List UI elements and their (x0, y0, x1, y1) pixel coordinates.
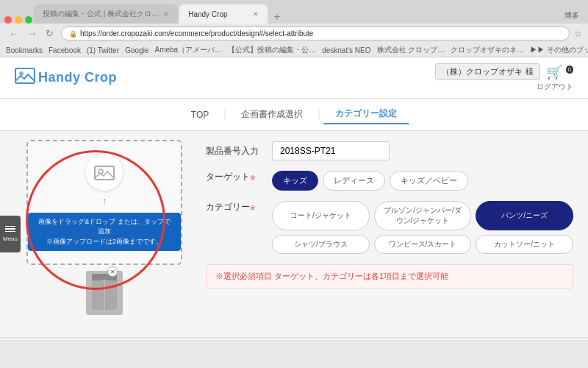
alert-text: ※選択必須項目 ターゲット、カテゴリーは各1項目まで選択可能 (215, 272, 448, 280)
category-row: カテゴリー※ コート/ジャケット ブルゾン/ジャンパー/ダウン/ジャケット パン… (206, 201, 573, 254)
minimize-dot[interactable] (15, 16, 22, 24)
cat-cut-sew-button[interactable]: カットソー/ニット (476, 235, 573, 254)
category-options: コート/ジャケット ブルゾン/ジャンパー/ダウン/ジャケット パンツ/ニーズ シ… (272, 201, 573, 254)
nav-category[interactable]: カテゴリー設定 (323, 105, 409, 124)
svg-rect-8 (106, 280, 117, 310)
reload-button[interactable]: ↻ (43, 26, 57, 40)
header-user: （株）クロップオザキ 様 🛒 0 (435, 63, 573, 80)
cat-onepiece-button[interactable]: ワンピース/スカート (374, 235, 472, 254)
category-required: ※ (250, 204, 256, 211)
cart-badge: 0 (566, 66, 573, 74)
bookmark-official[interactable]: 【公式】投稿の編集・公… (228, 45, 316, 55)
target-label: ターゲット※ (206, 171, 265, 183)
validation-alert: ※選択必須項目 ターゲット、カテゴリーは各1項目まで選択可能 (206, 264, 573, 289)
svg-rect-2 (95, 166, 114, 180)
page: Handy Crop （株）クロップオザキ 様 🛒 0 ログアウト TOP ｜ … (0, 57, 588, 340)
bookmark-cropozaki[interactable]: クロップオザキのネ… (451, 45, 524, 55)
bookmark-crop[interactable]: 株式会社 クロップ… (377, 45, 445, 55)
bottom-bar: ← 戻る 次へ → (0, 337, 588, 340)
target-options: キッズ レディース キッズ／ベビー (272, 171, 468, 191)
thumbnail-area: ✕ (26, 271, 182, 315)
user-profile: 博多 (560, 7, 584, 24)
category-label: カテゴリー※ (206, 201, 265, 213)
maximize-dot[interactable] (25, 16, 32, 24)
bookmark-ameba[interactable]: Ameba（アメーバ… (154, 45, 222, 55)
bookmark-bookmarks[interactable]: Bookmarks (6, 46, 43, 54)
tab-bar: 投稿の編集・公式 | 株式会社クロ… ✕ Handy Crop ✕ + 博多 (0, 0, 588, 24)
logo-icon (15, 68, 35, 88)
ssl-lock-icon: 🔒 (69, 30, 77, 38)
svg-point-1 (19, 71, 24, 76)
upload-icon-area (86, 154, 123, 191)
cart-icon[interactable]: 🛒 0 (546, 64, 573, 80)
upload-instruction: 画像をドラッグ&ドロップ または、タップで追加 ※画像アップロードは2画像までで… (28, 213, 181, 252)
bookmark-facebook[interactable]: Facebook (49, 46, 81, 54)
nav-planning[interactable]: 企画書作成選択 (229, 105, 315, 124)
bookmark-desknat[interactable]: desknat's NEO (322, 46, 370, 54)
bookmark-star[interactable]: ☆ (574, 29, 582, 39)
target-ladies-button[interactable]: レディース (323, 171, 385, 191)
nav-sep-2: ｜ (315, 108, 323, 121)
user-name-label: （株）クロップオザキ 様 (435, 63, 539, 80)
right-panel: 製品番号入力 ターゲット※ キッズ レディース キッズ／ベビー カテゴリー※ (191, 131, 588, 337)
address-bar: ← → ↻ 🔒 https://order.cropozaki.com/ecom… (0, 24, 588, 43)
logout-link[interactable]: ログアウト (537, 82, 573, 92)
svg-rect-0 (15, 68, 35, 83)
nav-arrows: ← → ↻ (6, 26, 57, 40)
header-right: （株）クロップオザキ 様 🛒 0 ログアウト (435, 63, 573, 92)
thumbnail-remove-button[interactable]: ✕ (107, 266, 118, 277)
left-panel: ↑ 画像をドラッグ&ドロップ または、タップで追加 ※画像アップロードは2画像ま… (0, 131, 191, 337)
site-header: Handy Crop （株）クロップオザキ 様 🛒 0 ログアウト (0, 57, 588, 99)
target-required: ※ (250, 174, 256, 181)
svg-rect-7 (92, 280, 103, 310)
tab-1[interactable]: 投稿の編集・公式 | 株式会社クロ… ✕ (34, 4, 178, 24)
back-arrow[interactable]: ← (6, 26, 21, 40)
forward-arrow[interactable]: → (24, 26, 40, 40)
url-text: https://order.cropozaki.com/ecommerce/pr… (80, 29, 313, 38)
product-number-label: 製品番号入力 (206, 145, 265, 158)
target-kids-baby-button[interactable]: キッズ／ベビー (390, 171, 468, 191)
tab-1-close[interactable]: ✕ (163, 10, 169, 18)
cat-shirt-button[interactable]: シャツ/ブラウス (272, 235, 370, 254)
logo-area: Handy Crop (15, 68, 117, 88)
upload-dropzone[interactable]: ↑ 画像をドラッグ&ドロップ または、タップで追加 ※画像アップロードは2画像ま… (26, 140, 182, 265)
browser-chrome: 投稿の編集・公式 | 株式会社クロ… ✕ Handy Crop ✕ + 博多 ←… (0, 0, 588, 57)
tab-2-close[interactable]: ✕ (253, 10, 259, 18)
nav-sep-1: ｜ (220, 108, 229, 121)
nav-top[interactable]: TOP (179, 107, 220, 123)
tab-1-label: 投稿の編集・公式 | 株式会社クロ… (43, 9, 159, 19)
cat-blouson-button[interactable]: ブルゾン/ジャンパー/ダウン/ジャケット (374, 201, 472, 230)
cat-coat-button[interactable]: コート/ジャケット (272, 201, 370, 230)
product-number-row: 製品番号入力 (206, 141, 573, 160)
thumbnail-image (86, 271, 123, 315)
target-kids-button[interactable]: キッズ (272, 171, 318, 191)
bookmark-more[interactable]: ▶▶ その他のブックマーク (530, 45, 588, 55)
site-nav: TOP ｜ 企画書作成選択 ｜ カテゴリー設定 (0, 99, 588, 131)
logo-text: Handy Crop (38, 70, 117, 85)
close-dot[interactable] (4, 16, 12, 24)
url-box[interactable]: 🔒 https://order.cropozaki.com/ecommerce/… (61, 26, 570, 40)
target-row: ターゲット※ キッズ レディース キッズ／ベビー (206, 171, 573, 191)
window-controls (4, 16, 32, 24)
bookmark-google[interactable]: Google (125, 46, 148, 54)
main-content: Menu ↑ 画像をドラッグ&ドロップ または、タップで追加 ※画像アップロード… (0, 131, 588, 337)
upload-arrow-icon: ↑ (101, 195, 107, 208)
new-tab-button[interactable]: + (269, 10, 284, 24)
tab-2-label: Handy Crop (188, 10, 227, 18)
cat-bottoms-button[interactable]: パンツ/ニーズ (476, 201, 573, 230)
product-number-input[interactable] (272, 141, 390, 160)
bookmarks-bar: Bookmarks Facebook (1) Twitter Google Am… (0, 43, 588, 57)
bookmark-twitter[interactable]: (1) Twitter (87, 46, 119, 54)
tab-2[interactable]: Handy Crop ✕ (179, 4, 268, 24)
